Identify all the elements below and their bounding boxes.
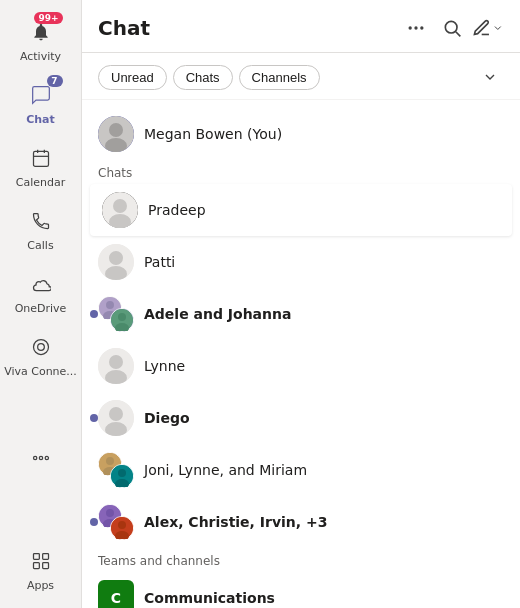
filter-unread[interactable]: Unread xyxy=(98,65,167,90)
chevron-down-icon xyxy=(482,69,498,85)
more-options-button[interactable] xyxy=(400,12,432,44)
svg-rect-9 xyxy=(42,554,48,560)
alex-plus-name: Alex, Christie, Irvin, +3 xyxy=(144,514,327,530)
calendar-icon xyxy=(31,148,51,168)
communications-name: Communications xyxy=(144,590,275,606)
calendar-label: Calendar xyxy=(16,176,65,189)
megan-row[interactable]: Megan Bowen (You) xyxy=(82,108,520,160)
adele-johanna-name: Adele and Johanna xyxy=(144,306,291,322)
svg-point-5 xyxy=(33,456,36,459)
sidebar: 99+ Activity 7 Chat Calendar xyxy=(0,0,82,608)
svg-point-12 xyxy=(409,26,412,29)
chat-item-diego[interactable]: Diego xyxy=(82,392,520,444)
unread-dot-diego xyxy=(90,414,98,422)
diego-name: Diego xyxy=(144,410,190,426)
megan-avatar-img xyxy=(98,116,134,152)
alex-irvin-avatar xyxy=(98,504,134,540)
calls-icon xyxy=(31,211,51,231)
chat-icon-wrap: 7 xyxy=(25,79,57,111)
more-icon-wrap xyxy=(25,442,57,474)
sidebar-item-onedrive[interactable]: OneDrive xyxy=(0,260,81,323)
joni-lynne-miriam-name: Joni, Lynne, and Miriam xyxy=(144,462,307,478)
more-horiz-icon xyxy=(406,18,426,38)
calls-label: Calls xyxy=(27,239,53,252)
svg-point-15 xyxy=(445,21,457,33)
svg-point-48 xyxy=(118,521,126,529)
svg-rect-10 xyxy=(33,563,39,569)
filter-bar: Unread Chats Channels xyxy=(82,53,520,100)
chat-list: Megan Bowen (You) Chats Pradeep xyxy=(82,100,520,608)
svg-rect-8 xyxy=(33,554,39,560)
header-actions xyxy=(400,12,504,44)
communications-icon: C xyxy=(98,580,134,608)
pradeep-name: Pradeep xyxy=(148,202,206,218)
apps-icon xyxy=(31,551,51,571)
main-panel: Chat xyxy=(82,0,520,608)
search-button[interactable] xyxy=(436,12,468,44)
patti-avatar-icon xyxy=(98,244,134,280)
filter-chats[interactable]: Chats xyxy=(173,65,233,90)
apps-label: Apps xyxy=(27,579,54,592)
chevron-down-icon xyxy=(492,22,504,34)
svg-point-7 xyxy=(45,456,48,459)
calls-icon-wrap xyxy=(25,205,57,237)
more-icon xyxy=(31,448,51,468)
search-icon xyxy=(442,18,462,38)
compose-button[interactable] xyxy=(472,12,504,44)
chat-item-patti[interactable]: Patti xyxy=(82,236,520,288)
sidebar-item-activity[interactable]: 99+ Activity xyxy=(0,8,81,71)
unread-dot-alex xyxy=(90,518,98,526)
apps-icon-wrap xyxy=(25,545,57,577)
chat-item-joni-lynne-miriam[interactable]: Joni, Lynne, and Miriam xyxy=(82,444,520,496)
patti-name: Patti xyxy=(144,254,175,270)
pradeep-avatar-icon xyxy=(102,192,138,228)
sidebar-item-calls[interactable]: Calls xyxy=(0,197,81,260)
svg-rect-11 xyxy=(42,563,48,569)
calendar-icon-wrap xyxy=(25,142,57,174)
svg-point-27 xyxy=(106,301,114,309)
svg-rect-0 xyxy=(33,151,48,166)
filter-channels[interactable]: Channels xyxy=(239,65,320,90)
activity-icon-wrap: 99+ xyxy=(25,16,57,48)
sidebar-item-chat[interactable]: 7 Chat xyxy=(0,71,81,134)
sidebar-item-calendar[interactable]: Calendar xyxy=(0,134,81,197)
patti-avatar-wrap xyxy=(98,244,134,280)
header: Chat xyxy=(82,0,520,53)
channel-item-communications[interactable]: C Communications xyxy=(82,572,520,608)
chat-item-alex-plus[interactable]: Alex, Christie, Irvin, +3 xyxy=(82,496,520,548)
svg-point-13 xyxy=(414,26,417,29)
activity-icon xyxy=(31,22,51,42)
teams-section-header: Teams and channels xyxy=(82,548,520,572)
megan-name: Megan Bowen (You) xyxy=(144,126,282,142)
chat-item-adele-johanna[interactable]: Adele and Johanna xyxy=(82,288,520,340)
lynne-avatar xyxy=(98,348,134,384)
chat-icon xyxy=(31,85,51,105)
chat-item-lynne[interactable]: Lynne xyxy=(82,340,520,392)
svg-line-16 xyxy=(456,32,461,37)
johanna-avatar-small xyxy=(110,308,134,332)
lynne-avatar-wrap xyxy=(98,348,134,384)
chat-badge: 7 xyxy=(47,75,63,87)
sidebar-item-viva[interactable]: Viva Conne... xyxy=(0,323,81,386)
diego-avatar xyxy=(98,400,134,436)
pradeep-avatar-wrap xyxy=(102,192,138,228)
unread-dot-adele xyxy=(90,310,98,318)
sidebar-item-apps[interactable]: Apps xyxy=(0,537,81,600)
activity-label: Activity xyxy=(20,50,61,63)
viva-label: Viva Conne... xyxy=(4,365,77,378)
pradeep-avatar xyxy=(102,192,138,228)
irvin-avatar-small xyxy=(110,516,134,540)
chat-label: Chat xyxy=(26,113,55,126)
svg-point-30 xyxy=(118,313,126,321)
chat-item-pradeep[interactable]: Pradeep xyxy=(90,184,512,236)
filter-expand-button[interactable] xyxy=(476,63,504,91)
sidebar-item-more[interactable] xyxy=(0,434,81,482)
adele-johanna-avatar xyxy=(98,296,134,332)
onedrive-icon-wrap xyxy=(25,268,57,300)
svg-point-45 xyxy=(106,509,114,517)
svg-point-42 xyxy=(118,469,126,477)
miriam-avatar-small xyxy=(110,464,134,488)
svg-point-39 xyxy=(106,457,114,465)
viva-icon xyxy=(31,337,51,357)
chats-section-header: Chats xyxy=(82,160,520,184)
